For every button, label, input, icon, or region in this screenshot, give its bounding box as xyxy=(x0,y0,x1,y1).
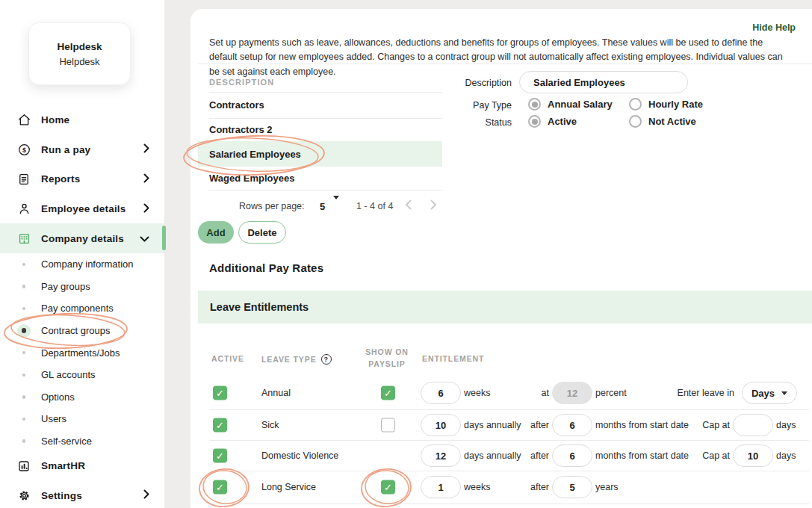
radio-active[interactable] xyxy=(528,115,541,128)
sidebar-subitem-pay-components[interactable]: Pay components xyxy=(0,297,164,320)
sidebar-subitem-pay-groups[interactable]: Pay groups xyxy=(0,276,164,298)
sidebar-item-label: Home xyxy=(41,114,149,126)
sidebar-item-label: Employee details xyxy=(41,203,143,214)
sidebar-item-label: Run a pay xyxy=(41,144,143,155)
rows-per-page-caret-icon[interactable] xyxy=(333,199,339,213)
enter-leave-in-label: Enter leave in xyxy=(678,388,734,398)
bullet-icon xyxy=(16,368,31,382)
sidebar: Helpdesk Helpdesk Home $ Run a pay xyxy=(0,0,164,508)
long-service-entitlement-input[interactable]: 1 xyxy=(421,476,461,498)
help-question-icon[interactable]: ? xyxy=(321,354,332,365)
additional-pay-rates-heading: Additional Pay Rates xyxy=(209,261,323,274)
sidebar-subitem-options[interactable]: Options xyxy=(0,386,164,409)
entitlement-column-header: ENTITLEMENT xyxy=(422,354,484,363)
domestic-violence-entitlement-input[interactable]: 12 xyxy=(421,444,461,467)
leave-row-long-service: Long Service 1 weeks after 5 years xyxy=(209,473,797,501)
annual-active-checkbox[interactable] xyxy=(213,386,227,400)
sick-show-on-payslip-checkbox[interactable] xyxy=(381,418,395,433)
active-column-header: ACTIVE xyxy=(211,354,244,363)
bullet-icon xyxy=(16,389,31,404)
annual-show-on-payslip-checkbox[interactable] xyxy=(381,386,395,400)
sidebar-item-label: Company details xyxy=(41,233,140,244)
sidebar-item-home[interactable]: Home xyxy=(0,105,164,135)
sidebar-item-smarthr[interactable]: SmartHR xyxy=(0,451,164,481)
chevron-right-icon xyxy=(143,202,149,216)
pagination-prev-icon[interactable] xyxy=(405,199,412,213)
sidebar-item-run-a-pay[interactable]: $ Run a pay xyxy=(0,135,164,165)
active-item-indicator-bar xyxy=(162,226,166,250)
logo-title: Helpdesk xyxy=(57,41,102,52)
pay-type-option-hourly-rate[interactable]: Hourly Rate xyxy=(629,98,703,111)
domestic-violence-after-months-input[interactable]: 6 xyxy=(552,444,592,467)
divider xyxy=(209,504,809,504)
sidebar-item-settings[interactable]: Settings xyxy=(0,481,164,508)
radio-not-active[interactable] xyxy=(629,115,642,128)
chevron-right-icon xyxy=(143,143,149,156)
description-input[interactable]: Salaried Employees xyxy=(519,71,688,93)
hide-help-link[interactable]: Hide Help xyxy=(752,22,796,33)
leave-type-name: Domestic Violence xyxy=(261,450,338,461)
chevron-right-icon xyxy=(143,489,149,502)
sick-cap-input[interactable] xyxy=(733,414,773,436)
leave-type-name: Annual xyxy=(261,388,291,398)
app-root: Helpdesk Helpdesk Home $ Run a pay xyxy=(0,0,812,508)
leave-row-annual: Annual 6 weeks at 12 percent Enter leave… xyxy=(209,379,797,407)
delete-button[interactable]: Delete xyxy=(238,221,286,244)
document-icon xyxy=(16,172,31,187)
sidebar-subitem-self-service[interactable]: Self-service xyxy=(0,430,164,453)
annual-percent-input-disabled: 12 xyxy=(552,382,592,404)
enter-leave-in-select[interactable]: Days xyxy=(742,382,797,404)
sidebar-item-employee-details[interactable]: Employee details xyxy=(0,194,164,224)
bullet-icon xyxy=(16,345,31,360)
sidebar-nav: Home $ Run a pay Reports Emplo xyxy=(0,105,164,253)
svg-text:$: $ xyxy=(22,146,26,154)
sidebar-item-label: Reports xyxy=(41,173,143,185)
contract-group-row-contractors[interactable]: Contractors xyxy=(209,92,442,118)
sidebar-subitem-gl-accounts[interactable]: GL accounts xyxy=(0,364,164,386)
sidebar-item-label: Settings xyxy=(41,490,143,501)
divider xyxy=(209,440,809,441)
contract-group-row-waged-employees[interactable]: Waged Employees xyxy=(209,167,442,190)
sick-active-checkbox[interactable] xyxy=(213,418,227,433)
sidebar-item-label: SmartHR xyxy=(41,460,149,471)
sick-after-months-input[interactable]: 6 xyxy=(552,414,592,436)
status-option-active[interactable]: Active xyxy=(528,115,577,128)
sidebar-subitem-company-information[interactable]: Company information xyxy=(0,253,164,276)
sidebar-subitem-departments-jobs[interactable]: Departments/Jobs xyxy=(0,341,164,364)
contract-group-row-salaried-employees-selected[interactable]: Salaried Employees xyxy=(198,141,442,167)
divider xyxy=(209,409,809,410)
radio-annual-salary[interactable] xyxy=(528,98,541,111)
sick-entitlement-input[interactable]: 10 xyxy=(421,414,461,436)
bar-chart-icon xyxy=(16,459,31,474)
long-service-active-checkbox[interactable] xyxy=(213,480,227,495)
radio-hourly-rate[interactable] xyxy=(629,98,642,111)
leave-entitlements-section-header: Leave Entitlements xyxy=(198,291,812,323)
sidebar-item-company-details[interactable]: Company details xyxy=(0,223,164,253)
sidebar-subitem-users[interactable]: Users xyxy=(0,408,164,430)
home-icon xyxy=(16,113,31,128)
leave-type-name: Sick xyxy=(261,420,279,430)
add-button[interactable]: Add xyxy=(198,221,234,244)
contract-group-row-contractors-2[interactable]: Contractors 2 xyxy=(209,118,442,141)
domestic-violence-active-checkbox[interactable] xyxy=(213,449,227,463)
leave-type-column-header: LEAVE TYPE ? xyxy=(261,354,332,365)
sidebar-subitem-contract-groups[interactable]: Contract groups xyxy=(0,320,164,342)
long-service-after-years-input[interactable]: 5 xyxy=(552,476,592,498)
status-label: Status xyxy=(437,117,512,128)
pagination-next-icon[interactable] xyxy=(430,199,437,213)
annual-entitlement-input[interactable]: 6 xyxy=(421,382,461,404)
leave-row-domestic-violence: Domestic Violence 12 days annually after… xyxy=(209,442,797,470)
rows-per-page-select[interactable]: 5 xyxy=(320,201,325,212)
sidebar-item-reports[interactable]: Reports xyxy=(0,164,164,194)
status-option-not-active[interactable]: Not Active xyxy=(629,115,696,128)
long-service-show-on-payslip-checkbox[interactable] xyxy=(381,480,395,495)
rows-per-page-label: Rows per page: xyxy=(239,201,305,211)
dollar-circle-icon: $ xyxy=(16,142,31,157)
leave-type-name: Long Service xyxy=(261,482,316,492)
main-content-card: Hide Help Set up payments such as leave,… xyxy=(190,9,812,508)
divider xyxy=(209,190,442,190)
active-bullet-icon xyxy=(17,324,31,338)
company-logo-card[interactable]: Helpdesk Helpdesk xyxy=(28,22,131,85)
domestic-violence-cap-input[interactable]: 10 xyxy=(733,444,773,467)
pay-type-option-annual-salary[interactable]: Annual Salary xyxy=(528,98,613,111)
